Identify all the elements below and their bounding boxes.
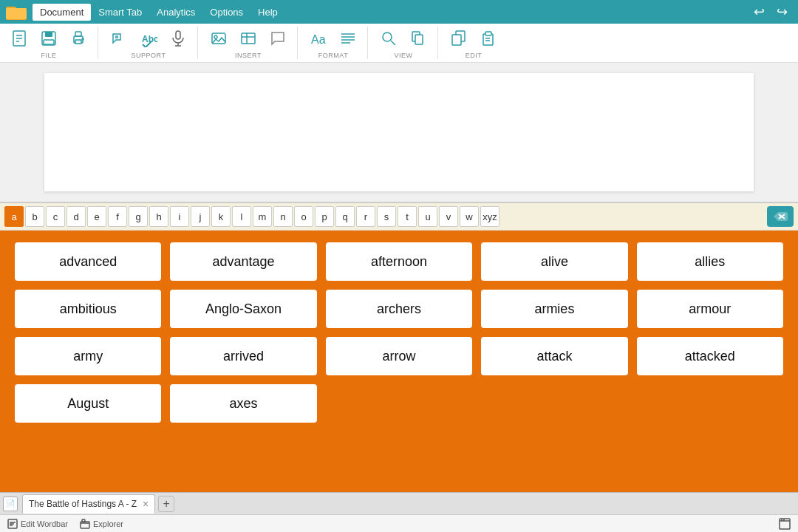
tab-close-button[interactable]: ×: [140, 499, 149, 509]
tab-label: The Battle of Hastings A - Z: [29, 499, 137, 509]
word-card-army[interactable]: army: [15, 337, 161, 375]
word-card-alive[interactable]: alive: [481, 242, 627, 281]
alpha-btn-p[interactable]: p: [315, 206, 334, 227]
edit-wordbar-label: Edit Wordbar: [21, 519, 68, 528]
redo-button[interactable]: ↪: [772, 2, 792, 21]
tab-document[interactable]: Document: [33, 4, 91, 21]
find-button[interactable]: [375, 27, 402, 50]
paragraph-button[interactable]: [335, 27, 361, 50]
alpha-btn-m[interactable]: m: [253, 206, 272, 227]
alpha-btn-u[interactable]: u: [418, 206, 437, 227]
tab-analytics[interactable]: Analytics: [149, 4, 202, 21]
print-button[interactable]: [65, 27, 92, 50]
svg-rect-23: [242, 33, 255, 44]
tab-help[interactable]: Help: [250, 4, 285, 21]
support-group-label: SUPPORT: [132, 52, 166, 59]
print-icon: [69, 30, 87, 47]
support-buttons: Abc: [106, 27, 191, 50]
alpha-btn-t[interactable]: t: [398, 206, 417, 227]
word-card-august[interactable]: August: [15, 384, 161, 423]
new-file-button[interactable]: [6, 27, 33, 50]
tab-options[interactable]: Options: [202, 4, 250, 21]
svg-rect-38: [485, 32, 491, 35]
pages-button[interactable]: [405, 27, 432, 50]
alpha-btn-q[interactable]: q: [335, 206, 355, 227]
edit-buttons: [446, 27, 502, 50]
table-button[interactable]: [235, 27, 262, 50]
word-card-anglo-saxon[interactable]: Anglo-Saxon: [170, 290, 316, 328]
svg-rect-48: [82, 519, 85, 522]
edit-wordbar-button[interactable]: Edit Wordbar: [7, 519, 68, 529]
word-card-advantage[interactable]: advantage: [170, 242, 316, 281]
svg-marker-14: [113, 34, 120, 43]
document-page[interactable]: [44, 73, 754, 191]
svg-rect-12: [75, 40, 81, 44]
explorer-button[interactable]: Explorer: [80, 519, 123, 529]
image-button[interactable]: [205, 27, 232, 50]
word-card-allies[interactable]: allies: [637, 242, 783, 281]
alpha-btn-v[interactable]: v: [439, 206, 458, 227]
alpha-btn-c[interactable]: c: [46, 206, 65, 227]
alpha-btn-r[interactable]: r: [356, 206, 375, 227]
alpha-btn-h[interactable]: h: [149, 206, 168, 227]
tab-add-button[interactable]: +: [158, 496, 174, 512]
undo-button[interactable]: ↩: [749, 2, 769, 21]
svg-rect-34: [415, 35, 423, 44]
font-icon: Aa: [310, 30, 327, 47]
find-icon: [380, 30, 398, 47]
view-group-label: VIEW: [394, 52, 412, 59]
word-card-armies[interactable]: armies: [481, 290, 627, 328]
alpha-btn-d[interactable]: d: [66, 206, 86, 227]
comment-icon: [269, 30, 287, 47]
alpha-btn-n[interactable]: n: [273, 206, 293, 227]
microphone-button[interactable]: [165, 27, 191, 50]
svg-point-31: [383, 33, 392, 41]
alphabet-bar: abcdefghijklmnopqrstuvwxyz: [0, 203, 798, 231]
insert-buttons: [205, 27, 291, 50]
alpha-btn-b[interactable]: b: [25, 206, 44, 227]
alpha-btn-w[interactable]: w: [460, 206, 479, 227]
alpha-btn-g[interactable]: g: [129, 206, 148, 227]
ribbon-group-insert: INSERT: [200, 27, 298, 59]
alpha-btn-a[interactable]: a: [4, 206, 24, 227]
alpha-btn-k[interactable]: k: [211, 206, 231, 227]
word-card-axes[interactable]: axes: [170, 384, 316, 423]
alpha-btn-l[interactable]: l: [232, 206, 251, 227]
word-card-arrow[interactable]: arrow: [326, 337, 472, 375]
word-card-attack[interactable]: attack: [481, 337, 627, 375]
alpha-btn-i[interactable]: i: [170, 206, 189, 227]
alpha-btn-s[interactable]: s: [377, 206, 396, 227]
word-card-armour[interactable]: armour: [637, 290, 783, 328]
copy-button[interactable]: [446, 27, 472, 50]
word-card-advanced[interactable]: advanced: [15, 242, 161, 281]
save-button[interactable]: [35, 27, 62, 50]
alpha-btn-o[interactable]: o: [294, 206, 313, 227]
word-card-archers[interactable]: archers: [326, 290, 472, 328]
window-icon-button[interactable]: [779, 518, 791, 530]
font-button[interactable]: Aa: [305, 27, 332, 50]
paste-icon: [480, 30, 497, 47]
alpha-btn-e[interactable]: e: [87, 206, 106, 227]
active-tab[interactable]: The Battle of Hastings A - Z ×: [22, 494, 155, 514]
alpha-btn-j[interactable]: j: [191, 206, 210, 227]
speech-button[interactable]: [106, 27, 132, 50]
word-card-afternoon[interactable]: afternoon: [326, 242, 472, 281]
comment-button[interactable]: [265, 27, 291, 50]
svg-point-13: [82, 38, 83, 40]
speech-icon: [110, 30, 128, 47]
svg-rect-36: [452, 35, 461, 45]
backspace-button[interactable]: [767, 206, 794, 227]
alpha-btn-f[interactable]: f: [108, 206, 127, 227]
word-card-arrived[interactable]: arrived: [170, 337, 316, 375]
word-card-ambitious[interactable]: ambitious: [15, 290, 161, 328]
alpha-btn-xyz[interactable]: xyz: [480, 206, 499, 227]
svg-text:Aa: Aa: [311, 33, 326, 46]
paste-button[interactable]: [475, 27, 502, 50]
spellcheck-button[interactable]: Abc: [135, 27, 162, 50]
tab-smarttab[interactable]: Smart Tab: [91, 4, 149, 21]
microphone-icon: [169, 30, 187, 47]
paragraph-icon: [339, 30, 357, 47]
ribbon-group-support: Abc SUPPORT: [100, 27, 198, 59]
ribbon-group-edit: EDIT: [440, 27, 508, 59]
word-card-attacked[interactable]: attacked: [637, 337, 783, 375]
